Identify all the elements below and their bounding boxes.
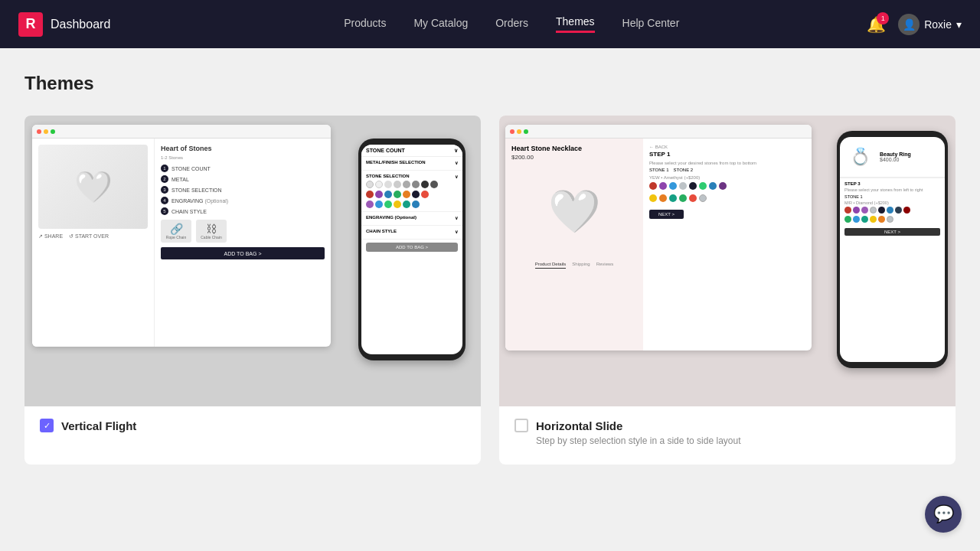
- vf-chain-1: 🔗 Rope Chain: [161, 220, 191, 243]
- vf-checkbox[interactable]: [40, 419, 54, 432]
- hs-tab-details[interactable]: Product Details: [535, 260, 567, 269]
- hs-heart-image: 🤍: [528, 165, 620, 257]
- page-title: Themes: [24, 73, 956, 94]
- nav-products[interactable]: Products: [344, 17, 386, 32]
- hs-phone-product: 💍 Beauty Ring $400.00: [840, 137, 945, 178]
- vf-step-label-4: ENGRAVING (Optional): [172, 198, 228, 204]
- vf-stone-dots-2: [366, 191, 458, 198]
- hs-browser-bar: [505, 125, 812, 139]
- main-content: Themes 🤍 ↗ SHARE: [0, 48, 980, 489]
- hs-price: $200.00: [511, 154, 534, 161]
- vf-theme-footer: Vertical Flight: [24, 406, 481, 435]
- hs-back: ← BACK: [649, 145, 805, 149]
- vf-step-count: 1-2 Stones: [161, 155, 325, 160]
- vf-step-3: 3 STONE SELECTION: [161, 184, 325, 195]
- hs-phone-stone-sub: M/R • Diamond (+$200): [844, 201, 940, 205]
- vf-chain-2: ⛓ Cable Chain: [196, 220, 227, 243]
- vf-phone: STONE COUNT ∨ METAL/FINISH SELECTION∨ ST…: [358, 139, 466, 360]
- hs-phone-step-title: STEP 3: [844, 181, 940, 186]
- vf-step-label-2: METAL: [172, 177, 189, 182]
- vf-browser-content: 🤍 ↗ SHARE ↺ START OVER Heart of Stones 1…: [32, 139, 331, 347]
- vf-heart-image: 🤍: [38, 145, 148, 229]
- hs-theme-description: Step by step selection style in a side t…: [514, 435, 940, 446]
- vf-phone-add-btn[interactable]: ADD TO BAG >: [366, 243, 458, 252]
- vf-phone-screen: STONE COUNT ∨ METAL/FINISH SELECTION∨ ST…: [361, 145, 462, 354]
- nav-orders[interactable]: Orders: [495, 17, 528, 32]
- nav-themes[interactable]: Themes: [556, 15, 595, 33]
- hs-dot-yellow: [517, 129, 521, 134]
- nav-my-catalog[interactable]: My Catalog: [413, 17, 468, 32]
- vf-phone-engraving-title: ENGRAVING (Optional)∨: [366, 215, 458, 220]
- user-avatar: 👤: [898, 14, 920, 35]
- hs-phone-stone-tabs: STONE 1: [844, 194, 940, 199]
- vf-chains: 🔗 Rope Chain ⛓ Cable Chain: [161, 220, 325, 243]
- vf-share: ↗ SHARE: [38, 233, 63, 240]
- vf-phone-stone-title: STONE SELECTION∨: [366, 174, 458, 179]
- chevron-down-icon: ▾: [956, 18, 962, 31]
- hs-phone-product-price: $400.00: [880, 157, 940, 162]
- chat-button[interactable]: 💬: [925, 496, 962, 533]
- hs-phone-dots-1: [844, 207, 940, 214]
- hs-stone-tabs: STONE 1 STONE 2: [649, 168, 805, 172]
- hs-checkbox-row: Horizontal Slide: [514, 419, 940, 432]
- hs-phone-step-sub: Please select your stones from left to r…: [844, 187, 940, 192]
- brand[interactable]: R Dashboard: [18, 12, 110, 37]
- hs-stone-selector-1: [649, 182, 805, 190]
- vf-product-title: Heart of Stones: [161, 145, 325, 152]
- vf-phone-header: STONE COUNT ∨: [361, 145, 462, 157]
- vf-step-label-3: STONE SELECTION: [172, 187, 222, 193]
- notifications-button[interactable]: 🔔 1: [867, 15, 886, 34]
- vf-right-panel: Heart of Stones 1-2 Stones 1 STONE COUNT…: [155, 139, 331, 347]
- vf-preview: 🤍 ↗ SHARE ↺ START OVER Heart of Stones 1…: [24, 116, 481, 406]
- vf-step-num-1: 1: [161, 165, 168, 172]
- hs-tab-reviews[interactable]: Reviews: [596, 260, 614, 269]
- dot-red: [37, 129, 41, 134]
- vf-browser: 🤍 ↗ SHARE ↺ START OVER Heart of Stones 1…: [32, 125, 331, 347]
- vf-step-num-4: 4: [161, 197, 168, 204]
- hs-step-title: STEP 1: [649, 151, 805, 158]
- hs-dot-green: [524, 129, 528, 134]
- hs-theme-name: Horizontal Slide: [536, 419, 622, 432]
- hs-checkbox[interactable]: [514, 419, 528, 432]
- themes-grid: 🤍 ↗ SHARE ↺ START OVER Heart of Stones 1…: [24, 116, 956, 465]
- hs-tabs: Product Details Shipping Reviews: [535, 260, 614, 269]
- hs-content: Heart Stone Necklace $200.00 🤍 Product D…: [505, 139, 812, 350]
- hs-next-button[interactable]: NEXT >: [649, 210, 684, 219]
- nav-help-center[interactable]: Help Center: [622, 17, 680, 32]
- hs-step-desc: Please select your desired stones from t…: [649, 161, 805, 165]
- vf-phone-section-stone: STONE SELECTION∨: [361, 171, 462, 212]
- vf-steps: 1 STONE COUNT 2 METAL 3 STONE SELECTION: [161, 163, 325, 217]
- hs-preview: Heart Stone Necklace $200.00 🤍 Product D…: [499, 116, 956, 406]
- hs-phone: 💍 Beauty Ring $400.00 STEP 3 Please sele…: [837, 131, 948, 368]
- brand-text: Dashboard: [51, 18, 110, 31]
- vf-step-num-2: 2: [161, 175, 168, 183]
- hs-left-panel: Heart Stone Necklace $200.00 🤍 Product D…: [505, 139, 643, 350]
- vf-phone-section-chain: CHAIN STYLE∨: [361, 226, 462, 240]
- hs-theme-footer: Horizontal Slide Step by step selection …: [499, 406, 956, 449]
- vf-step-label-1: STONE COUNT: [172, 166, 211, 171]
- vf-step-num-3: 3: [161, 186, 168, 194]
- vf-stone-dots-3: [366, 201, 458, 208]
- hs-browser: Heart Stone Necklace $200.00 🤍 Product D…: [505, 125, 812, 350]
- user-menu-button[interactable]: 👤 Roxie ▾: [898, 14, 962, 35]
- vf-add-to-bag[interactable]: ADD TO BAG >: [161, 247, 325, 259]
- theme-card-horizontal-slide: Heart Stone Necklace $200.00 🤍 Product D…: [499, 116, 956, 465]
- vf-phone-metal-title: METAL/FINISH SELECTION∨: [366, 160, 458, 165]
- vf-share-row: ↗ SHARE ↺ START OVER: [38, 233, 148, 240]
- nav-right: 🔔 1 👤 Roxie ▾: [867, 14, 962, 35]
- vf-step-1: 1 STONE COUNT: [161, 163, 325, 174]
- hs-stone-selector-2: [649, 194, 805, 202]
- vf-step-4: 4 ENGRAVING (Optional): [161, 195, 325, 206]
- hs-phone-ring-image: 💍: [844, 142, 875, 172]
- hs-tab-shipping[interactable]: Shipping: [572, 260, 590, 269]
- hs-phone-dots-2: [844, 216, 940, 223]
- hs-phone-next-btn[interactable]: NEXT >: [844, 228, 940, 236]
- nav-links: Products My Catalog Orders Themes Help C…: [156, 15, 867, 33]
- vf-checkbox-row: Vertical Flight: [40, 419, 466, 432]
- vf-phone-section-engraving: ENGRAVING (Optional)∨: [361, 212, 462, 226]
- vf-step-label-5: CHAIN STYLE: [172, 209, 207, 214]
- theme-card-vertical-flight: 🤍 ↗ SHARE ↺ START OVER Heart of Stones 1…: [24, 116, 481, 465]
- vf-left-panel: 🤍 ↗ SHARE ↺ START OVER: [32, 139, 155, 347]
- hs-product-title: Heart Stone Necklace: [511, 145, 582, 152]
- hs-phone-step: STEP 3 Please select your stones from le…: [840, 178, 945, 228]
